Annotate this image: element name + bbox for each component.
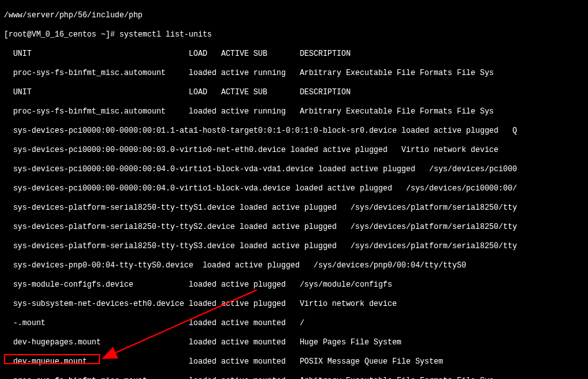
- unit-row: sys-subsystem-net-devices-eth0.device lo…: [4, 299, 584, 309]
- unit-row: sys-module-configfs.device loaded active…: [4, 280, 584, 290]
- unit-row: sys-devices-pnp0-00:04-tty-ttyS0.device …: [4, 261, 584, 271]
- prompt-line: [root@VM_0_16_centos ~]# systemctl list-…: [4, 30, 584, 40]
- unit-row: proc-sys-fs-binfmt_misc.mount loaded act…: [4, 376, 584, 379]
- unit-row: sys-devices-platform-serial8250-tty-ttyS…: [4, 223, 584, 232]
- unit-row: proc-sys-fs-binfmt_misc.automount loaded…: [4, 107, 584, 117]
- path-line: /www/server/php/56/include/php: [4, 11, 584, 21]
- unit-row: proc-sys-fs-binfmt_misc.automount loaded…: [4, 69, 584, 78]
- unit-row: dev-hugepages.mount loaded active mounte…: [4, 338, 584, 348]
- header-row: UNIT LOAD ACTIVE SUB DESCRIPTION: [4, 88, 584, 97]
- unit-row: sys-devices-pci0000:00-0000:00:04.0-virt…: [4, 165, 584, 174]
- unit-row: dev-mqueue.mount loaded active mounted P…: [4, 357, 584, 367]
- unit-row: sys-devices-pci0000:00-0000:00:01.1-ata1…: [4, 126, 584, 136]
- unit-row: sys-devices-pci0000:00-0000:00:04.0-virt…: [4, 184, 584, 194]
- unit-row: -.mount loaded active mounted /: [4, 319, 584, 328]
- unit-row: sys-devices-platform-serial8250-tty-ttyS…: [4, 203, 584, 213]
- terminal-output: /www/server/php/56/include/php [root@VM_…: [0, 0, 588, 379]
- unit-row: sys-devices-pci0000:00-0000:00:03.0-virt…: [4, 146, 584, 155]
- unit-row: sys-devices-platform-serial8250-tty-ttyS…: [4, 242, 584, 251]
- header-row: UNIT LOAD ACTIVE SUB DESCRIPTION: [4, 49, 584, 59]
